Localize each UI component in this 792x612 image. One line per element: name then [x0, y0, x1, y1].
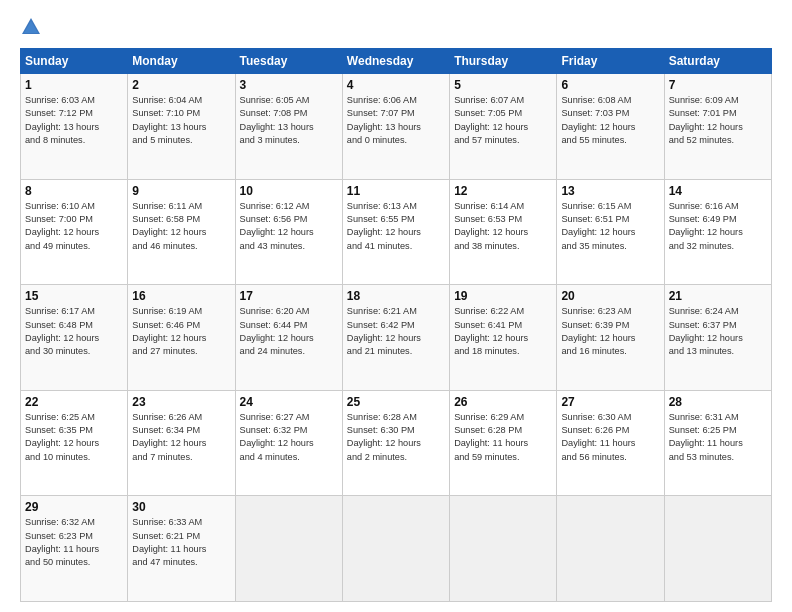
- day-number: 7: [669, 78, 767, 92]
- day-detail: Sunrise: 6:31 AMSunset: 6:25 PMDaylight:…: [669, 411, 767, 464]
- day-cell: 14Sunrise: 6:16 AMSunset: 6:49 PMDayligh…: [664, 179, 771, 285]
- day-cell: 7Sunrise: 6:09 AMSunset: 7:01 PMDaylight…: [664, 74, 771, 180]
- day-number: 4: [347, 78, 445, 92]
- day-cell: 2Sunrise: 6:04 AMSunset: 7:10 PMDaylight…: [128, 74, 235, 180]
- day-cell: 15Sunrise: 6:17 AMSunset: 6:48 PMDayligh…: [21, 285, 128, 391]
- day-detail: Sunrise: 6:06 AMSunset: 7:07 PMDaylight:…: [347, 94, 445, 147]
- day-detail: Sunrise: 6:11 AMSunset: 6:58 PMDaylight:…: [132, 200, 230, 253]
- day-detail: Sunrise: 6:28 AMSunset: 6:30 PMDaylight:…: [347, 411, 445, 464]
- weekday-wednesday: Wednesday: [342, 49, 449, 74]
- day-detail: Sunrise: 6:13 AMSunset: 6:55 PMDaylight:…: [347, 200, 445, 253]
- day-detail: Sunrise: 6:15 AMSunset: 6:51 PMDaylight:…: [561, 200, 659, 253]
- day-number: 17: [240, 289, 338, 303]
- day-detail: Sunrise: 6:32 AMSunset: 6:23 PMDaylight:…: [25, 516, 123, 569]
- day-detail: Sunrise: 6:20 AMSunset: 6:44 PMDaylight:…: [240, 305, 338, 358]
- day-number: 21: [669, 289, 767, 303]
- day-number: 19: [454, 289, 552, 303]
- day-cell: [235, 496, 342, 602]
- day-number: 28: [669, 395, 767, 409]
- day-detail: Sunrise: 6:08 AMSunset: 7:03 PMDaylight:…: [561, 94, 659, 147]
- day-number: 11: [347, 184, 445, 198]
- week-row-3: 15Sunrise: 6:17 AMSunset: 6:48 PMDayligh…: [21, 285, 772, 391]
- day-cell: 10Sunrise: 6:12 AMSunset: 6:56 PMDayligh…: [235, 179, 342, 285]
- day-cell: 17Sunrise: 6:20 AMSunset: 6:44 PMDayligh…: [235, 285, 342, 391]
- weekday-thursday: Thursday: [450, 49, 557, 74]
- day-detail: Sunrise: 6:04 AMSunset: 7:10 PMDaylight:…: [132, 94, 230, 147]
- day-cell: [450, 496, 557, 602]
- week-row-5: 29Sunrise: 6:32 AMSunset: 6:23 PMDayligh…: [21, 496, 772, 602]
- day-cell: 16Sunrise: 6:19 AMSunset: 6:46 PMDayligh…: [128, 285, 235, 391]
- day-detail: Sunrise: 6:07 AMSunset: 7:05 PMDaylight:…: [454, 94, 552, 147]
- day-number: 6: [561, 78, 659, 92]
- day-detail: Sunrise: 6:09 AMSunset: 7:01 PMDaylight:…: [669, 94, 767, 147]
- day-cell: [664, 496, 771, 602]
- day-detail: Sunrise: 6:26 AMSunset: 6:34 PMDaylight:…: [132, 411, 230, 464]
- day-number: 5: [454, 78, 552, 92]
- day-cell: 9Sunrise: 6:11 AMSunset: 6:58 PMDaylight…: [128, 179, 235, 285]
- day-cell: 29Sunrise: 6:32 AMSunset: 6:23 PMDayligh…: [21, 496, 128, 602]
- day-number: 27: [561, 395, 659, 409]
- day-cell: 26Sunrise: 6:29 AMSunset: 6:28 PMDayligh…: [450, 390, 557, 496]
- day-cell: 18Sunrise: 6:21 AMSunset: 6:42 PMDayligh…: [342, 285, 449, 391]
- day-number: 9: [132, 184, 230, 198]
- day-cell: 28Sunrise: 6:31 AMSunset: 6:25 PMDayligh…: [664, 390, 771, 496]
- day-number: 13: [561, 184, 659, 198]
- day-cell: 3Sunrise: 6:05 AMSunset: 7:08 PMDaylight…: [235, 74, 342, 180]
- day-detail: Sunrise: 6:19 AMSunset: 6:46 PMDaylight:…: [132, 305, 230, 358]
- day-number: 3: [240, 78, 338, 92]
- day-detail: Sunrise: 6:17 AMSunset: 6:48 PMDaylight:…: [25, 305, 123, 358]
- weekday-tuesday: Tuesday: [235, 49, 342, 74]
- day-number: 30: [132, 500, 230, 514]
- day-cell: 1Sunrise: 6:03 AMSunset: 7:12 PMDaylight…: [21, 74, 128, 180]
- day-detail: Sunrise: 6:10 AMSunset: 7:00 PMDaylight:…: [25, 200, 123, 253]
- calendar-table: SundayMondayTuesdayWednesdayThursdayFrid…: [20, 48, 772, 602]
- day-number: 15: [25, 289, 123, 303]
- day-number: 20: [561, 289, 659, 303]
- day-cell: 21Sunrise: 6:24 AMSunset: 6:37 PMDayligh…: [664, 285, 771, 391]
- page: SundayMondayTuesdayWednesdayThursdayFrid…: [0, 0, 792, 612]
- day-number: 24: [240, 395, 338, 409]
- day-detail: Sunrise: 6:23 AMSunset: 6:39 PMDaylight:…: [561, 305, 659, 358]
- day-number: 10: [240, 184, 338, 198]
- logo-icon: [20, 16, 42, 38]
- day-detail: Sunrise: 6:25 AMSunset: 6:35 PMDaylight:…: [25, 411, 123, 464]
- day-detail: Sunrise: 6:05 AMSunset: 7:08 PMDaylight:…: [240, 94, 338, 147]
- header: [20, 16, 772, 38]
- day-detail: Sunrise: 6:21 AMSunset: 6:42 PMDaylight:…: [347, 305, 445, 358]
- day-number: 16: [132, 289, 230, 303]
- day-cell: 27Sunrise: 6:30 AMSunset: 6:26 PMDayligh…: [557, 390, 664, 496]
- day-detail: Sunrise: 6:27 AMSunset: 6:32 PMDaylight:…: [240, 411, 338, 464]
- day-cell: 20Sunrise: 6:23 AMSunset: 6:39 PMDayligh…: [557, 285, 664, 391]
- day-cell: 25Sunrise: 6:28 AMSunset: 6:30 PMDayligh…: [342, 390, 449, 496]
- day-cell: [557, 496, 664, 602]
- weekday-sunday: Sunday: [21, 49, 128, 74]
- day-detail: Sunrise: 6:12 AMSunset: 6:56 PMDaylight:…: [240, 200, 338, 253]
- week-row-1: 1Sunrise: 6:03 AMSunset: 7:12 PMDaylight…: [21, 74, 772, 180]
- day-cell: 12Sunrise: 6:14 AMSunset: 6:53 PMDayligh…: [450, 179, 557, 285]
- weekday-header-row: SundayMondayTuesdayWednesdayThursdayFrid…: [21, 49, 772, 74]
- weekday-saturday: Saturday: [664, 49, 771, 74]
- week-row-4: 22Sunrise: 6:25 AMSunset: 6:35 PMDayligh…: [21, 390, 772, 496]
- day-cell: 6Sunrise: 6:08 AMSunset: 7:03 PMDaylight…: [557, 74, 664, 180]
- day-detail: Sunrise: 6:29 AMSunset: 6:28 PMDaylight:…: [454, 411, 552, 464]
- day-cell: 11Sunrise: 6:13 AMSunset: 6:55 PMDayligh…: [342, 179, 449, 285]
- week-row-2: 8Sunrise: 6:10 AMSunset: 7:00 PMDaylight…: [21, 179, 772, 285]
- day-number: 12: [454, 184, 552, 198]
- day-number: 26: [454, 395, 552, 409]
- day-number: 22: [25, 395, 123, 409]
- day-cell: 8Sunrise: 6:10 AMSunset: 7:00 PMDaylight…: [21, 179, 128, 285]
- day-number: 8: [25, 184, 123, 198]
- day-cell: 19Sunrise: 6:22 AMSunset: 6:41 PMDayligh…: [450, 285, 557, 391]
- day-detail: Sunrise: 6:30 AMSunset: 6:26 PMDaylight:…: [561, 411, 659, 464]
- logo: [20, 16, 50, 38]
- day-detail: Sunrise: 6:24 AMSunset: 6:37 PMDaylight:…: [669, 305, 767, 358]
- day-detail: Sunrise: 6:33 AMSunset: 6:21 PMDaylight:…: [132, 516, 230, 569]
- day-number: 1: [25, 78, 123, 92]
- day-number: 29: [25, 500, 123, 514]
- day-number: 14: [669, 184, 767, 198]
- day-cell: 24Sunrise: 6:27 AMSunset: 6:32 PMDayligh…: [235, 390, 342, 496]
- day-cell: 13Sunrise: 6:15 AMSunset: 6:51 PMDayligh…: [557, 179, 664, 285]
- day-cell: 23Sunrise: 6:26 AMSunset: 6:34 PMDayligh…: [128, 390, 235, 496]
- day-detail: Sunrise: 6:03 AMSunset: 7:12 PMDaylight:…: [25, 94, 123, 147]
- day-number: 23: [132, 395, 230, 409]
